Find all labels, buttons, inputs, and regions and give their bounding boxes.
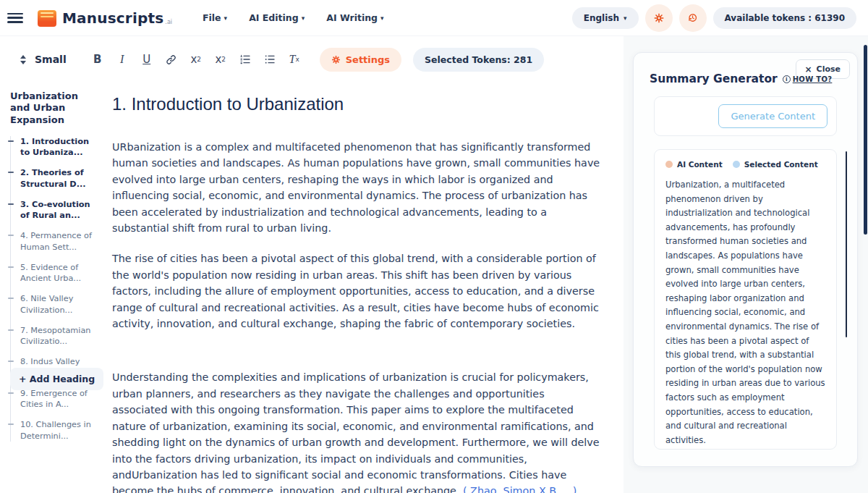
editor-toolbar: Small B I U x2 x2 Tx (20, 43, 544, 75)
legend-label: AI Content (677, 160, 723, 169)
theme-button[interactable] (645, 4, 673, 32)
outline-item-label: 10. Challenges in Determini... (20, 420, 91, 440)
menu-ai-writing[interactable]: AI Writing ▾ (326, 12, 383, 23)
outline-item-1[interactable]: 1. Introduction to Urbaniza... (20, 136, 98, 159)
dash-icon (8, 266, 14, 268)
subscript-base: x (190, 53, 197, 66)
link-icon (166, 54, 176, 65)
app-title-suffix: .ai (165, 19, 172, 25)
top-navbar: Manuscripts .ai File ▾ AI Editing ▾ AI W… (0, 0, 868, 36)
menu-ai-writing-label: AI Writing (326, 12, 378, 23)
italic-button[interactable]: I (110, 48, 135, 71)
outline-list: 1. Introduction to Urbaniza... 2. Theori… (10, 136, 98, 442)
menu-ai-editing-label: AI Editing (249, 12, 299, 23)
outline-item-5[interactable]: 5. Evidence of Ancient Urba... (20, 262, 98, 285)
subscript-button[interactable]: x2 (184, 48, 208, 71)
bullet-list-button[interactable] (258, 48, 282, 71)
summary-generator-panel: × Close Summary Generator i HOW TO? Gene… (633, 52, 858, 467)
language-label: English (584, 13, 619, 23)
menu-file[interactable]: File ▾ (203, 12, 227, 23)
superscript-base: x (215, 53, 221, 66)
dash-icon (8, 392, 14, 394)
sun-icon (654, 13, 664, 23)
caret-down-icon: ▾ (624, 14, 627, 22)
hamburger-menu-icon[interactable] (7, 13, 23, 23)
selected-tokens-badge: Selected Tokens: 281 (413, 48, 544, 72)
panel-scrollbar[interactable] (846, 151, 847, 337)
ordered-list-button[interactable] (233, 48, 258, 71)
available-tokens-badge: Available tokens : 61390 (713, 7, 857, 29)
menu-bar: File ▾ AI Editing ▾ AI Writing ▾ (203, 12, 384, 23)
settings-label: Settings (346, 54, 390, 65)
available-tokens-label: Available tokens : 61390 (725, 13, 846, 23)
panel-header: Summary Generator i HOW TO? (650, 72, 832, 85)
selected-content-dot-icon (733, 161, 740, 168)
app-title: Manuscripts (62, 9, 163, 27)
bold-button[interactable]: B (85, 48, 110, 71)
clear-format-base: T (289, 53, 296, 66)
caret-down-icon: ▾ (302, 14, 305, 22)
outline-item-label: 6. Nile Valley Civilization... (20, 294, 73, 314)
document-outline: Urbanization and Urban Expansion 1. Intr… (10, 90, 98, 451)
settings-button[interactable]: Settings (320, 48, 401, 72)
underline-button[interactable]: U (135, 48, 159, 71)
outline-item-label: 3. Co-evolution of Rural an... (20, 200, 90, 220)
bullet-list-icon (264, 54, 276, 65)
generate-content-button[interactable]: Generate Content (718, 104, 827, 128)
document-editor[interactable]: 1. Introduction to Urbanization URbaniza… (112, 94, 603, 493)
menu-ai-editing[interactable]: AI Editing ▾ (249, 12, 305, 23)
font-size-stepper[interactable] (20, 55, 26, 64)
dash-icon (8, 172, 14, 173)
clear-formatting-button[interactable]: Tx (282, 48, 307, 71)
doc-paragraph-2: The rise of cities has been a pivotal as… (112, 250, 603, 332)
outline-item-10[interactable]: 10. Challenges in Determini... (20, 419, 98, 442)
app-logo[interactable]: Manuscripts .ai (38, 9, 172, 27)
outline-item-4[interactable]: 4. Permanence of Human Sett... (20, 230, 98, 253)
outline-item-label: 2. Theories of Structural D... (20, 168, 86, 188)
manuscripts-logo-icon (38, 10, 56, 27)
header-right-cluster: English ▾ (572, 4, 868, 32)
how-to-label: HOW TO? (793, 75, 833, 83)
dash-icon (8, 361, 14, 362)
stepper-up-icon (20, 55, 26, 59)
history-button[interactable] (679, 4, 707, 32)
page-scrollbar[interactable] (864, 45, 867, 235)
menu-file-label: File (203, 12, 221, 23)
panel-title: Summary Generator (650, 72, 778, 85)
caret-down-icon: ▾ (224, 14, 228, 22)
font-size-label[interactable]: Small (35, 54, 67, 65)
dash-icon (8, 424, 14, 425)
outline-item-2[interactable]: 2. Theories of Structural D... (20, 167, 98, 190)
superscript-button[interactable]: x2 (208, 48, 233, 71)
outline-item-label: 1. Introduction to Urbaniza... (20, 137, 89, 157)
outline-item-6[interactable]: 6. Nile Valley Civilization... (20, 293, 98, 316)
link-button[interactable] (159, 48, 184, 71)
stepper-down-icon (20, 61, 26, 64)
content-legend: AI Content Selected Content (665, 160, 825, 169)
dash-icon (8, 140, 14, 142)
language-selector[interactable]: English ▾ (572, 7, 639, 29)
outline-item-3[interactable]: 3. Co-evolution of Rural an... (20, 199, 98, 222)
doc-paragraph-1: URbanization is a complex and multifacet… (112, 139, 603, 236)
doc-paragraph-3: Understanding the complexities and impli… (112, 369, 603, 493)
summary-paragraph-1: Urbanization, a multifaceted phenomenon … (665, 178, 825, 447)
caret-down-icon: ▾ (380, 14, 384, 22)
dash-icon (8, 235, 14, 236)
citation-link[interactable]: ( Zhao, Simon X.B.... ) (463, 485, 576, 493)
legend-label: Selected Content (744, 160, 818, 169)
outline-item-7[interactable]: 7. Mesopotamian Civilizatio... (20, 325, 98, 347)
selected-tokens-label: Selected Tokens: 281 (425, 54, 532, 65)
history-icon (687, 12, 698, 23)
dash-icon (8, 298, 14, 299)
doc-heading-1: 1. Introduction to Urbanization (112, 94, 603, 114)
clear-format-sub: x (296, 56, 299, 63)
dash-icon (8, 329, 14, 331)
outline-item-label: 7. Mesopotamian Civilizatio... (20, 326, 91, 346)
gear-icon (331, 55, 341, 64)
add-heading-button[interactable]: + Add Heading (10, 368, 103, 390)
how-to-link[interactable]: i HOW TO? (783, 75, 833, 83)
legend-ai-content: AI Content (665, 160, 723, 169)
ai-content-card: AI Content Selected Content Urbanization… (654, 149, 837, 450)
outline-item-9[interactable]: 9. Emergence of Cities in A... (20, 388, 98, 410)
outline-item-label: 5. Evidence of Ancient Urba... (20, 263, 81, 283)
